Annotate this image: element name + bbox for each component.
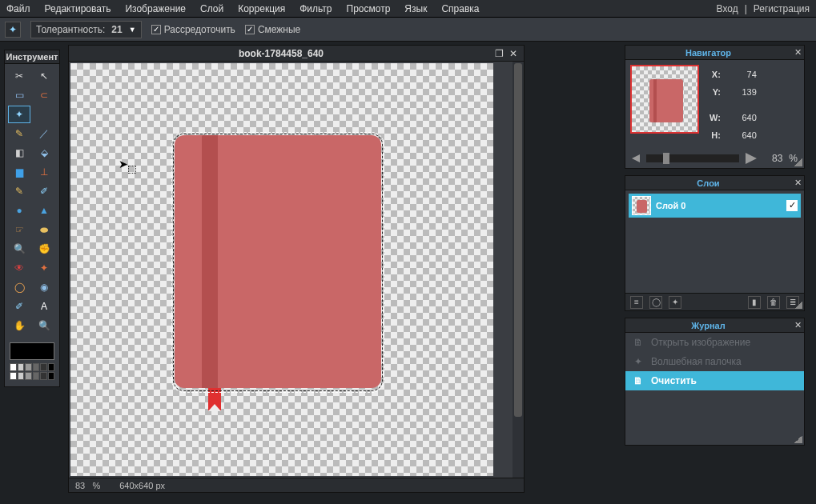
delete-layer-icon[interactable]: 🗑 [767,296,780,309]
nav-zoom-value: 83 [763,153,782,164]
history-label: Волшебная палочка [651,356,742,367]
selection-marquee [173,134,383,391]
stamp-tool[interactable]: ⊥ [33,163,55,181]
menu-Просмотр[interactable]: Просмотр [347,3,391,14]
foreground-swatch[interactable] [10,342,54,360]
history-label: Открыть изображение [651,337,750,348]
navigator-thumbnail[interactable] [630,65,699,134]
smudge-tool[interactable]: ☞ [8,221,30,238]
menu-Язык[interactable]: Язык [404,3,427,14]
document-window: book-1784458_640 ❐ ✕ ➤ 83 % 640x640 px [68,45,525,493]
eraser-tool[interactable]: ◧ [8,144,30,162]
pencil-tool[interactable]: ✎ [8,125,30,142]
replace-color[interactable]: ✎ [8,182,30,200]
options-bar: ✦ Толерантность: 21 ▼ ✓ Рассредоточить ✓… [0,18,816,42]
dodge-tool[interactable]: 🔍 [8,240,30,258]
menu-Справка[interactable]: Справка [441,3,479,14]
status-dims: 640x640 px [119,481,165,490]
layer-name: Слой 0 [656,201,685,210]
login-link[interactable]: Вход [717,3,738,14]
panel-close-icon[interactable]: ✕ [791,320,804,330]
picker-tool[interactable]: ✐ [8,298,30,315]
menu-Слой[interactable]: Слой [200,3,223,14]
menu-Файл[interactable]: Файл [6,3,30,14]
tolerance-value: 21 [111,24,122,35]
lasso-tool[interactable]: ⊂ [33,86,55,104]
resize-grip[interactable] [794,158,802,166]
layers-title: Слои [625,178,791,188]
palette-swatch[interactable] [18,372,25,380]
layer-mask-icon[interactable]: ◯ [649,296,662,309]
sponge-tool[interactable]: ⬬ [33,221,55,238]
wand-tool[interactable]: ✦ [8,106,30,123]
gradient-tool[interactable]: ▆ [8,163,30,181]
zoom-in-icon[interactable] [746,153,757,164]
sharpen-tool[interactable]: ▲ [33,202,55,219]
close-icon[interactable]: ✕ [508,48,519,59]
tolerance-dropdown-icon[interactable]: ▼ [129,26,136,34]
layer-settings-icon[interactable]: ≡ [630,296,643,309]
brush-tool[interactable]: ／ [33,125,55,142]
palette-swatch[interactable] [48,372,55,380]
zoom-out-icon[interactable] [632,154,640,162]
menu-bar: ФайлРедактироватьИзображениеСлойКоррекци… [0,0,816,18]
new-layer-icon[interactable]: ▮ [748,296,761,309]
tool-panel: Инструмент ✂↖▭⊂✦✎／◧⬙▆⊥✎✐●▲☞⬬🔍✊👁✦◯◉✐A✋🔍 [4,50,60,387]
menu-Коррекция[interactable]: Коррекция [238,3,285,14]
palette-swatch[interactable] [40,372,47,380]
navigator-panel: Навигатор ✕ X:74 Y:139 W:640 H:640 83 % [625,45,805,169]
transparency-grid: ➤ [70,63,493,476]
palette-swatch[interactable] [25,372,32,380]
register-link[interactable]: Регистрация [754,3,810,14]
cursor-icon: ➤ [119,158,128,170]
history-item[interactable]: ✦Волшебная палочка [625,352,804,371]
palette-swatch[interactable] [33,372,40,380]
document-title: book-1784458_640 [69,48,493,59]
history-item[interactable]: 🗎Открыть изображение [625,333,804,352]
palette-swatch[interactable] [10,372,17,380]
layer-row[interactable]: Слой 0 ✓ [629,194,801,218]
palette-swatch[interactable] [33,363,40,371]
history-title: Журнал [625,321,791,330]
hand-tool[interactable]: ✋ [8,317,30,334]
canvas[interactable]: ➤ [69,62,513,478]
pinch-tool[interactable]: ◉ [33,278,55,296]
resize-grip[interactable] [794,435,802,443]
contiguous-checkbox[interactable]: ✓ Смежные [245,24,300,35]
panel-close-icon[interactable]: ✕ [791,47,804,58]
blur-tool[interactable]: ● [8,202,30,219]
palette-swatch[interactable] [18,363,25,371]
redeye-tool[interactable]: 👁 [8,259,30,277]
move-tool[interactable]: ↖ [33,67,55,85]
bloat-tool[interactable]: ◯ [8,278,30,296]
palette-swatch[interactable] [25,363,32,371]
resize-grip[interactable] [794,301,802,309]
palette-swatch[interactable] [10,363,17,371]
heal-tool[interactable]: ✦ [33,259,55,277]
crop-tool[interactable]: ✂ [8,67,30,85]
draw-tool[interactable]: ✐ [33,182,55,200]
anti-alias-checkbox[interactable]: ✓ Рассредоточить [151,24,235,35]
status-zoom: 83 % [75,481,100,490]
type-tool[interactable]: A [33,298,55,315]
panel-close-icon[interactable]: ✕ [791,178,804,188]
maximize-icon[interactable]: ❐ [493,48,504,59]
marquee-tool[interactable]: ▭ [8,86,30,104]
layer-visibility-checkbox[interactable]: ✓ [786,200,798,211]
vertical-scrollbar[interactable] [513,62,524,478]
layer-style-icon[interactable]: ✦ [669,296,681,309]
bucket-tool[interactable]: ⬙ [33,144,55,162]
menu-Редактировать[interactable]: Редактировать [45,3,111,14]
palette-swatch[interactable] [40,363,47,371]
tolerance-box[interactable]: Толерантность: 21 ▼ [30,21,142,38]
tool-panel-title: Инструмент [5,50,59,64]
zoom-tool[interactable]: 🔍 [33,317,55,334]
burn-tool[interactable]: ✊ [33,240,55,258]
menu-Изображение[interactable]: Изображение [125,3,186,14]
palette-swatch[interactable] [48,363,55,371]
empty-1 [33,106,55,123]
navigator-title: Навигатор [625,48,791,58]
zoom-slider[interactable] [646,154,739,162]
history-item[interactable]: 🗎Очистить [625,371,804,390]
menu-Фильтр[interactable]: Фильтр [299,3,332,14]
